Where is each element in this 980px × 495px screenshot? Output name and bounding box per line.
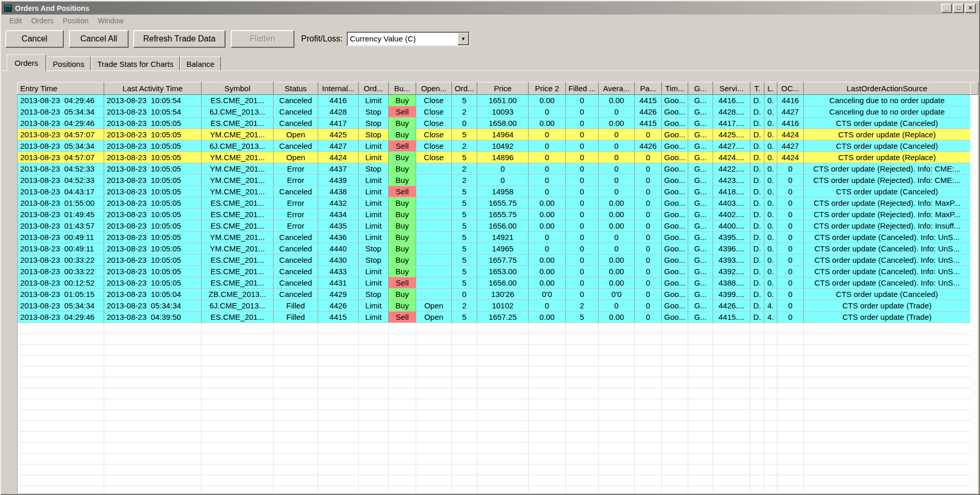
column-header-15[interactable]: Tim... — [662, 82, 688, 95]
order-cell: 0. — [764, 209, 777, 220]
tab-orders[interactable]: Orders — [7, 54, 46, 71]
empty-cell — [416, 464, 452, 475]
empty-cell — [713, 432, 750, 443]
empty-cell — [764, 421, 777, 432]
order-row[interactable]: 2013-08-23 05:34:342013-08-23 10:05:546J… — [18, 106, 971, 118]
empty-cell — [662, 454, 688, 464]
column-header-13[interactable]: Avera... — [599, 82, 635, 95]
empty-grid-row — [18, 334, 971, 345]
tab-trade-stats-for-charts[interactable]: Trade Stats for Charts — [91, 56, 180, 70]
column-header-17[interactable]: Servi... — [713, 82, 750, 95]
order-row[interactable]: 2013-08-23 04:29:462013-08-23 04:39:50ES… — [18, 312, 971, 323]
empty-cell — [635, 432, 662, 443]
order-cell: 4416.... — [713, 95, 750, 106]
column-header-9[interactable]: Ord... — [452, 82, 477, 95]
column-header-4[interactable]: Status — [274, 82, 318, 95]
column-header-8[interactable]: Open... — [416, 82, 452, 95]
order-row[interactable]: 2013-08-23 05:34:342013-08-23 05:34:346J… — [18, 300, 971, 312]
order-cell: Buy — [389, 209, 416, 220]
order-cell: D. — [750, 106, 764, 118]
profit-loss-dropdown-button[interactable]: ▼ — [458, 33, 469, 45]
order-row[interactable]: 2013-08-23 04:57:072013-08-23 10:05:05YM… — [18, 129, 971, 140]
menu-window[interactable]: Window — [93, 15, 129, 26]
profit-loss-select[interactable]: Currency Value (C) ▼ — [347, 32, 470, 46]
order-row[interactable]: 2013-08-23 01:55:002013-08-23 10:05:05ES… — [18, 197, 971, 209]
empty-cell — [202, 388, 274, 399]
order-row[interactable]: 2013-08-23 04:29:462013-08-23 10:05:05ES… — [18, 118, 971, 129]
empty-cell — [566, 366, 599, 377]
order-row[interactable]: 2013-08-23 00:33:222013-08-23 10:05:05ES… — [18, 266, 971, 277]
column-header-10[interactable]: Price — [477, 82, 529, 95]
column-header-11[interactable]: Price 2 — [529, 82, 566, 95]
column-header-6[interactable]: Ord... — [359, 82, 389, 95]
grid-right-gutter — [970, 82, 978, 493]
column-header-12[interactable]: Filled ... — [566, 82, 599, 95]
empty-cell — [566, 421, 599, 432]
order-cell: 0 — [635, 220, 662, 232]
column-header-2[interactable]: Last Activity Time — [104, 82, 202, 95]
order-cell: 0 — [635, 300, 662, 312]
column-header-16[interactable]: G... — [688, 82, 713, 95]
empty-cell — [688, 399, 713, 410]
order-cell: Filled — [274, 300, 318, 312]
column-header-21[interactable]: LastOrderActionSource — [804, 82, 971, 95]
order-row[interactable]: 2013-08-23 00:33:222013-08-23 10:05:05ES… — [18, 254, 971, 266]
tab-balance[interactable]: Balance — [180, 56, 221, 70]
order-row[interactable]: 2013-08-23 04:52:332013-08-23 10:05:05YM… — [18, 163, 971, 175]
empty-cell — [688, 334, 713, 345]
cancel-all-button[interactable]: Cancel All — [69, 30, 129, 48]
empty-cell — [274, 377, 318, 388]
empty-cell — [359, 454, 389, 464]
empty-cell — [18, 334, 104, 345]
order-cell: 4424 — [777, 152, 804, 163]
order-row[interactable]: 2013-08-23 05:34:342013-08-23 10:05:056J… — [18, 140, 971, 152]
column-header-5[interactable]: Internal... — [318, 82, 359, 95]
minimize-button[interactable]: _ — [941, 4, 952, 13]
column-header-18[interactable]: T. — [750, 82, 764, 95]
column-header-14[interactable]: Pa... — [635, 82, 662, 95]
column-header-7[interactable]: Bu... — [389, 82, 416, 95]
order-row[interactable]: 2013-08-23 01:49:452013-08-23 10:05:05ES… — [18, 209, 971, 220]
empty-cell — [662, 464, 688, 475]
order-cell: 5 — [452, 197, 477, 209]
order-cell: Sell — [389, 106, 416, 118]
menu-position[interactable]: Position — [58, 15, 93, 26]
empty-cell — [566, 388, 599, 399]
menu-orders[interactable]: Orders — [26, 15, 58, 26]
refresh-trade-data-button[interactable]: Refresh Trade Data — [133, 30, 225, 48]
tab-strip: Orders Positions Trade Stats for Charts … — [2, 54, 978, 70]
empty-cell — [713, 388, 750, 399]
order-row[interactable]: 2013-08-23 01:05:152013-08-23 10:05:04ZB… — [18, 289, 971, 300]
column-header-1[interactable]: Entry Time — [18, 82, 104, 95]
order-cell: CTS order update (Rejected). Info: CME:.… — [804, 175, 971, 186]
order-cell: 1655.75 — [477, 197, 529, 209]
order-row[interactable]: 2013-08-23 00:12:522013-08-23 10:05:05ES… — [18, 277, 971, 289]
close-button[interactable]: ✕ — [965, 4, 976, 13]
order-row[interactable]: 2013-08-23 04:57:072013-08-23 10:05:05YM… — [18, 152, 971, 163]
empty-cell — [359, 475, 389, 486]
order-row[interactable]: 2013-08-23 04:29:462013-08-23 10:05:54ES… — [18, 95, 971, 106]
order-cell: 0.00 — [529, 277, 566, 289]
order-row[interactable]: 2013-08-23 01:43:572013-08-23 10:05:05ES… — [18, 220, 971, 232]
order-cell: Goo... — [662, 163, 688, 175]
order-row[interactable]: 2013-08-23 04:43:172013-08-23 10:05:05YM… — [18, 186, 971, 197]
cancel-button[interactable]: Cancel — [5, 30, 64, 48]
order-row[interactable]: 2013-08-23 00:49:112013-08-23 10:05:05YM… — [18, 232, 971, 243]
column-header-3[interactable]: Symbol — [202, 82, 274, 95]
order-row[interactable]: 2013-08-23 00:49:112013-08-23 10:05:05YM… — [18, 243, 971, 254]
menu-edit[interactable]: Edit — [5, 15, 26, 26]
column-header-20[interactable]: OC... — [777, 82, 804, 95]
empty-grid-row — [18, 345, 971, 356]
flatten-button[interactable]: Flatten — [231, 30, 294, 48]
empty-cell — [750, 399, 764, 410]
order-cell: 4400.... — [713, 220, 750, 232]
order-cell: 4417 — [318, 118, 359, 129]
tab-positions[interactable]: Positions — [47, 56, 91, 70]
order-cell: 0 — [599, 140, 635, 152]
maximize-button[interactable]: □ — [953, 4, 964, 13]
order-cell: G... — [688, 232, 713, 243]
empty-cell — [18, 377, 104, 388]
column-header-19[interactable]: L. — [764, 82, 777, 95]
order-row[interactable]: 2013-08-23 04:52:332013-08-23 10:05:05YM… — [18, 175, 971, 186]
empty-cell — [477, 323, 529, 334]
